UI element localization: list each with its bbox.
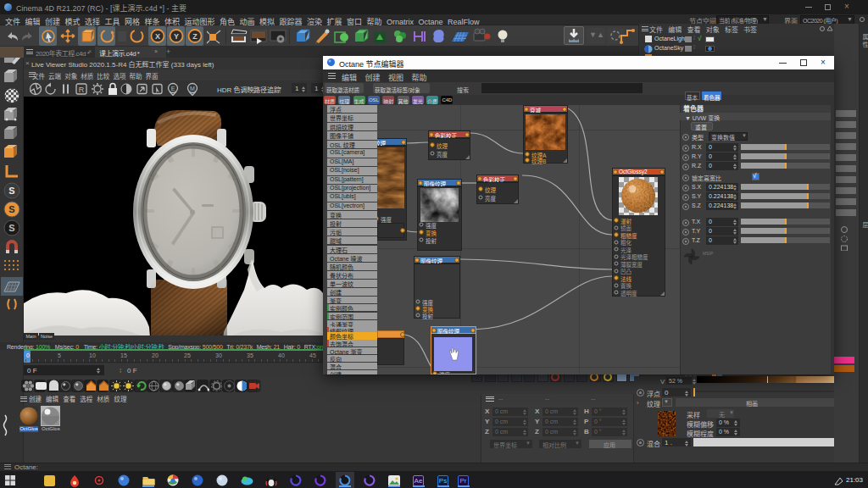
svg-text:MSIP: MSIP bbox=[703, 251, 714, 256]
svg-text:S: S bbox=[8, 204, 14, 214]
svg-text:M: M bbox=[190, 86, 195, 92]
svg-text:S: S bbox=[8, 223, 14, 233]
svg-text:E: E bbox=[171, 86, 175, 92]
svg-text:Z: Z bbox=[192, 32, 198, 41]
svg-text:Y: Y bbox=[174, 32, 179, 41]
svg-text:S: S bbox=[8, 186, 14, 196]
svg-text:R: R bbox=[79, 86, 85, 94]
svg-text:X: X bbox=[155, 32, 160, 41]
